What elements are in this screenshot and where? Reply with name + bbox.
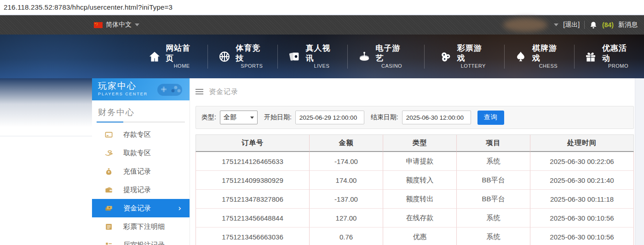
cell-type: 额度转出 <box>383 190 456 209</box>
bell-icon[interactable] <box>589 21 598 29</box>
china-flag-icon <box>94 22 103 28</box>
page-right-gutter <box>635 78 644 245</box>
sidebar-item-funds-records[interactable]: 资金记录 › <box>92 199 190 217</box>
funds-icon <box>104 204 113 213</box>
start-date-label: 开始日期: <box>264 113 292 122</box>
cell-amount: -137.00 <box>309 190 383 209</box>
cell-project: BB平台 <box>456 171 530 190</box>
nav-item-lottery[interactable]: 彩票游戏 LOTTERY <box>425 43 504 69</box>
cell-time: 2025-06-30 00:10:56 <box>530 209 634 228</box>
language-label: 简体中文 <box>106 21 132 29</box>
roulette-icon <box>357 50 371 64</box>
playing-cards-icon <box>288 50 301 64</box>
section-underline <box>97 122 185 122</box>
page-title: 资金记录 <box>209 88 238 96</box>
nav-label-zh: 网站首页 <box>166 43 198 63</box>
spade-icon <box>514 50 528 64</box>
chevron-right-icon: › <box>178 204 181 212</box>
breadcrumb: 资金记录 <box>196 85 634 99</box>
main-navbar: 网站首页 HOME 体育竞技 SPORTS <box>0 35 644 78</box>
page-url[interactable]: 216.118.235.52:8783/hhcp/usercenter.html… <box>4 3 172 11</box>
nav-label-zh: 真人视讯 <box>305 43 338 63</box>
sidebar-item-room-bet-records[interactable]: 厅室投注记录 <box>92 236 190 245</box>
user-chevron-down-icon[interactable] <box>554 23 558 26</box>
end-date-label: 结束日期: <box>371 113 398 122</box>
nav-label-en: LOTTERY <box>461 63 486 70</box>
chevron-down-icon <box>250 117 254 119</box>
type-select[interactable]: 全部 <box>220 111 258 124</box>
cell-time: 2025-06-30 00:10:56 <box>530 228 634 245</box>
home-icon <box>148 50 161 64</box>
table-row: 1751213456663036 0.76 优惠 系统 2025-06-30 0… <box>196 228 634 245</box>
cell-project: 系统 <box>456 152 530 171</box>
sidebar-item-label: 提现记录 <box>123 186 151 194</box>
table-row: 1751214126465633 -174.00 申请提款 系统 2025-06… <box>196 152 634 171</box>
col-header-type: 类型 <box>383 134 456 152</box>
table-row: 1751213456648844 127.00 在线存款 系统 2025-06-… <box>196 209 634 228</box>
end-date-input[interactable] <box>402 111 471 124</box>
message-count-badge[interactable]: (84) <box>602 21 614 29</box>
col-header-time: 处理时间 <box>530 134 634 152</box>
nav-item-home[interactable]: 网站首页 HOME <box>138 43 207 69</box>
username-redacted-avatar <box>503 18 547 32</box>
sidebar-item-label: 存款专区 <box>123 130 151 139</box>
sidebar-item-label: 充值记录 <box>123 167 151 176</box>
col-header-amount: 金额 <box>309 134 383 152</box>
main-content: 资金记录 类型: 全部 开始日期: 结束日期: 查询 订单号 金额 类型 项目 … <box>196 78 634 245</box>
nav-label-zh: 彩票游戏 <box>457 43 489 63</box>
nav-label-en: HOME <box>174 63 190 70</box>
new-message-link[interactable]: 新消息 <box>618 21 638 29</box>
sidebar-item-label: 厅室投注记录 <box>123 241 165 245</box>
nav-label-zh: 优惠活动 <box>602 43 634 63</box>
sidebar-item-label: 彩票下注明细 <box>123 222 165 231</box>
nav-label-en: PROMO <box>608 63 628 70</box>
start-date-input[interactable] <box>295 111 364 124</box>
table-row: 1751214099380929 174.00 额度转入 BB平台 2025-0… <box>196 171 634 190</box>
finance-center-heading: 财务中心 <box>92 100 190 122</box>
logout-button[interactable]: [退出] <box>563 21 580 29</box>
table-header-row: 订单号 金额 类型 项目 处理时间 <box>196 134 634 152</box>
sidebar-menu: 存款专区 取款专区 充值记录 <box>92 125 190 245</box>
nav-label-en: CHESS <box>539 63 558 70</box>
basketball-icon <box>218 50 231 64</box>
deposit-card-icon <box>104 130 113 139</box>
cell-time: 2025-06-30 00:22:06 <box>530 152 634 171</box>
sidebar-item-withdraw-zone[interactable]: 取款专区 <box>92 144 190 162</box>
withdraw-hand-icon <box>104 149 113 158</box>
cell-time: 2025-06-30 00:11:18 <box>530 190 634 209</box>
nav-item-chess[interactable]: 棋牌游戏 CHESS <box>505 43 574 69</box>
cell-project: 系统 <box>456 209 530 228</box>
cell-type: 额度转入 <box>383 171 456 190</box>
cell-order-id: 1751214099380929 <box>196 171 309 190</box>
browser-url-bar: 216.118.235.52:8783/hhcp/usercenter.html… <box>0 0 644 15</box>
cell-order-id: 1751213456663036 <box>196 228 309 245</box>
nav-label-en: LIVES <box>314 63 330 70</box>
funds-records-table: 订单号 金额 类型 项目 处理时间 1751214126465633 -174.… <box>196 134 634 245</box>
sidebar-item-label: 取款专区 <box>123 149 151 158</box>
cell-time: 2025-06-30 00:21:40 <box>530 171 634 190</box>
sidebar-item-label: 资金记录 <box>123 204 151 213</box>
type-label: 类型: <box>201 113 216 122</box>
search-button[interactable]: 查询 <box>477 111 504 125</box>
nav-label-en: SPORTS <box>241 63 263 70</box>
cell-order-id: 1751214126465633 <box>196 152 309 171</box>
sidebar-item-deposit-zone[interactable]: 存款专区 <box>92 125 190 144</box>
nav-item-promo[interactable]: 优惠活动 PROMO <box>575 43 644 69</box>
document-icon <box>104 222 113 231</box>
sidebar: 玩家中心 PLAYERS CENTER 财务中心 存款专区 <box>92 78 190 245</box>
nav-item-casino[interactable]: 电子游艺 CASINO <box>348 43 417 69</box>
language-selector[interactable]: 简体中文 <box>94 21 139 29</box>
gift-icon <box>584 50 598 64</box>
sidebar-item-lottery-bet-details[interactable]: 彩票下注明细 <box>92 217 190 236</box>
gamepad-icon <box>154 79 186 99</box>
col-header-order-id: 订单号 <box>196 134 309 152</box>
cell-type: 在线存款 <box>383 209 456 228</box>
sidebar-item-withdraw-records[interactable]: 提现记录 <box>92 181 190 199</box>
sidebar-item-recharge-records[interactable]: 充值记录 <box>92 162 190 181</box>
list-icon <box>104 241 113 245</box>
cell-type: 优惠 <box>383 228 456 245</box>
nav-item-lives[interactable]: 真人视讯 LIVES <box>278 43 347 69</box>
background-fade <box>0 78 92 136</box>
menu-icon[interactable] <box>196 89 203 94</box>
nav-item-sports[interactable]: 体育竞技 SPORTS <box>208 43 277 69</box>
